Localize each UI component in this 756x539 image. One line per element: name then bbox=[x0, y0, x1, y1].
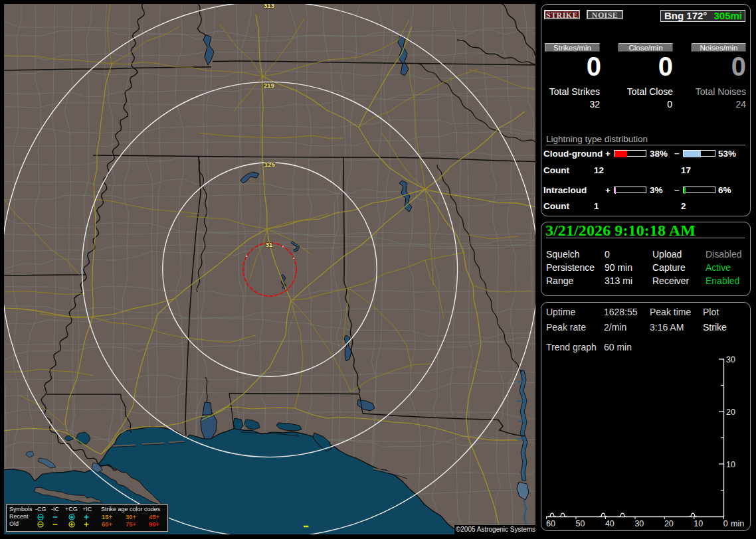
svg-text:min: min bbox=[731, 519, 744, 528]
svg-text:60: 60 bbox=[546, 519, 555, 528]
svg-text:0: 0 bbox=[723, 519, 728, 528]
svg-text:313: 313 bbox=[264, 4, 274, 9]
svg-text:30: 30 bbox=[726, 355, 735, 364]
svg-text:219: 219 bbox=[264, 82, 274, 89]
svg-text:20: 20 bbox=[726, 408, 735, 417]
svg-text:10: 10 bbox=[726, 460, 735, 469]
svg-text:50: 50 bbox=[576, 519, 585, 528]
svg-text:30: 30 bbox=[634, 519, 644, 528]
svg-text:31: 31 bbox=[266, 241, 273, 248]
svg-text:125: 125 bbox=[264, 161, 276, 168]
svg-text:40: 40 bbox=[605, 519, 614, 528]
svg-text:20: 20 bbox=[664, 519, 674, 528]
svg-text:10: 10 bbox=[694, 519, 703, 528]
